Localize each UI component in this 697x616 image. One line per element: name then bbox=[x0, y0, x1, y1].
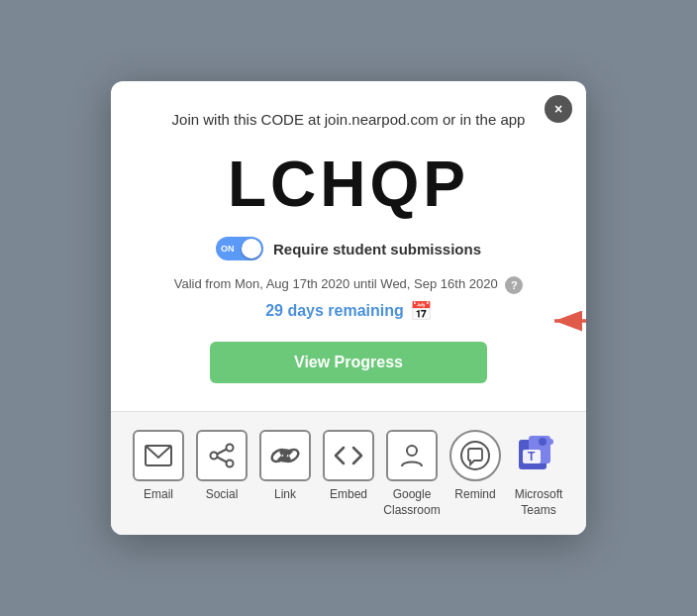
social-icon-box bbox=[196, 430, 248, 481]
share-bar: Email Social bbox=[111, 411, 586, 534]
svg-point-15 bbox=[539, 438, 547, 446]
share-remind[interactable]: Remind bbox=[446, 430, 505, 503]
join-code: LCHQP bbox=[143, 148, 554, 221]
toggle-on-label: ON bbox=[221, 244, 235, 254]
share-microsoft-teams[interactable]: T MicrosoftTeams bbox=[509, 430, 568, 518]
svg-text:T: T bbox=[528, 450, 536, 463]
embed-icon-box bbox=[323, 430, 374, 481]
microsoft-teams-label: MicrosoftTeams bbox=[515, 487, 563, 518]
embed-icon bbox=[334, 445, 363, 466]
submissions-toggle[interactable]: ON bbox=[216, 237, 263, 260]
join-instructions: Join with this CODE at join.nearpod.com … bbox=[143, 109, 554, 130]
microsoft-teams-icon: T bbox=[515, 432, 562, 479]
toggle-knob bbox=[242, 239, 261, 258]
google-classroom-icon bbox=[397, 443, 427, 468]
submissions-label: Require student submissions bbox=[273, 241, 481, 257]
modal-dialog: × Join with this CODE at join.nearpod.co… bbox=[111, 81, 586, 534]
view-progress-button[interactable]: View Progress bbox=[210, 342, 487, 383]
google-classroom-icon-box bbox=[386, 430, 438, 481]
help-icon[interactable]: ? bbox=[505, 276, 523, 294]
svg-line-5 bbox=[217, 450, 227, 455]
link-label: Link bbox=[274, 487, 296, 503]
modal-body: Join with this CODE at join.nearpod.com … bbox=[111, 81, 586, 411]
svg-point-3 bbox=[227, 461, 234, 467]
email-icon bbox=[145, 445, 172, 466]
svg-line-6 bbox=[217, 458, 227, 462]
svg-point-4 bbox=[211, 453, 218, 460]
svg-point-16 bbox=[548, 439, 553, 445]
share-google-classroom[interactable]: GoogleClassroom bbox=[382, 430, 442, 518]
remind-icon-box bbox=[449, 430, 501, 481]
share-link[interactable]: Link bbox=[255, 430, 315, 503]
submissions-toggle-row: ON Require student submissions bbox=[143, 237, 554, 260]
red-arrow-annotation bbox=[545, 303, 586, 339]
remind-icon bbox=[460, 441, 490, 470]
remind-label: Remind bbox=[454, 487, 495, 503]
validity-text: Valid from Mon, Aug 17th 2020 until Wed,… bbox=[143, 276, 554, 294]
email-label: Email bbox=[144, 487, 173, 503]
svg-point-10 bbox=[461, 442, 489, 469]
calendar-icon[interactable]: 📅 bbox=[410, 300, 432, 322]
days-remaining: 29 days remaining 📅 bbox=[265, 300, 432, 322]
share-embed[interactable]: Embed bbox=[319, 430, 378, 503]
microsoft-teams-icon-box: T bbox=[513, 430, 564, 481]
social-icon bbox=[208, 444, 236, 467]
share-social[interactable]: Social bbox=[192, 430, 251, 503]
link-icon-box bbox=[259, 430, 311, 481]
days-remaining-row: 29 days remaining 📅 bbox=[143, 300, 554, 342]
link-icon bbox=[269, 445, 301, 466]
embed-label: Embed bbox=[330, 487, 367, 503]
svg-point-9 bbox=[407, 446, 417, 456]
social-label: Social bbox=[206, 487, 239, 503]
google-classroom-label: GoogleClassroom bbox=[383, 487, 440, 518]
svg-point-2 bbox=[227, 445, 234, 452]
share-email[interactable]: Email bbox=[129, 430, 188, 503]
email-icon-box bbox=[133, 430, 184, 481]
